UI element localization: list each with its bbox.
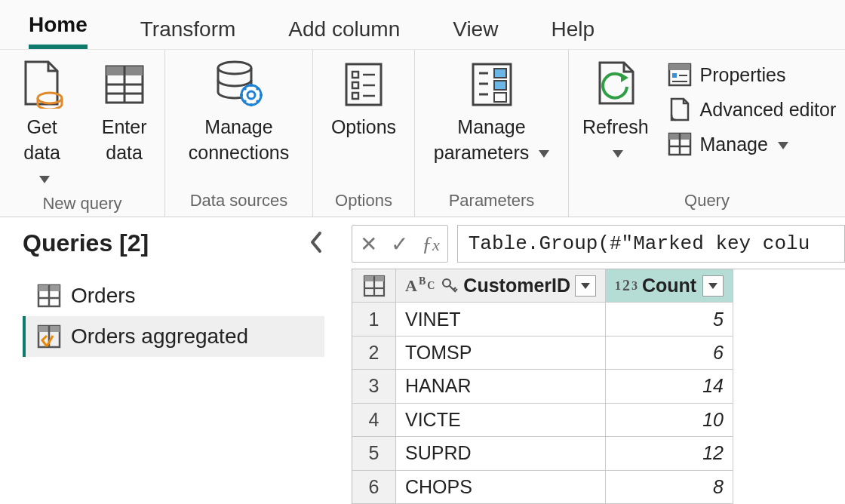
ribbon-body: Get data Enter data New query <box>0 50 845 217</box>
queries-sidebar: Queries [2] Orders <box>0 217 335 504</box>
formula-input[interactable]: Table.Group(#"Marked key colu <box>457 225 845 263</box>
row-number: 2 <box>352 337 396 370</box>
get-data-label: Get data <box>23 116 60 163</box>
chevron-down-icon <box>608 142 623 163</box>
manage-icon <box>667 131 693 157</box>
get-data-icon <box>21 57 63 112</box>
svg-rect-33 <box>672 73 677 78</box>
cell-customerid[interactable]: VICTE <box>396 404 606 437</box>
group-label-data-sources: Data sources <box>165 188 312 212</box>
properties-label: Properties <box>700 64 786 86</box>
advanced-editor-button[interactable]: Advanced editor <box>667 97 837 122</box>
table-row[interactable]: 4 VICTE 10 <box>352 404 845 437</box>
row-number: 4 <box>352 404 396 437</box>
tab-help[interactable]: Help <box>551 17 595 49</box>
collapse-sidebar-button[interactable] <box>308 230 324 257</box>
manage-connections-button[interactable]: Manage connections <box>165 57 312 166</box>
table-row[interactable]: 1 VINET 5 <box>352 303 845 336</box>
options-button[interactable]: Options <box>318 57 410 140</box>
options-icon <box>343 57 384 112</box>
svg-rect-20 <box>352 93 358 99</box>
formula-bar: ✕ ✓ ƒx Table.Group(#"Marked key colu <box>335 225 845 269</box>
refresh-icon <box>591 57 641 112</box>
group-data-sources: Manage connections Data sources <box>165 50 313 217</box>
column-filter-button[interactable] <box>702 275 724 297</box>
cell-count[interactable]: 8 <box>606 471 733 504</box>
cell-customerid[interactable]: CHOPS <box>396 471 606 504</box>
svg-rect-30 <box>494 93 506 102</box>
tab-home[interactable]: Home <box>29 13 88 49</box>
advanced-editor-label: Advanced editor <box>700 99 837 121</box>
queries-title: Queries [2] <box>23 229 149 257</box>
column-header-count[interactable]: 123 Count <box>606 269 733 303</box>
table-icon <box>363 275 386 297</box>
svg-line-14 <box>257 100 259 103</box>
row-number: 1 <box>352 303 396 336</box>
parameters-icon <box>469 57 515 112</box>
cell-customerid[interactable]: HANAR <box>396 370 606 403</box>
group-label-parameters: Parameters <box>415 188 568 212</box>
table-icon <box>36 283 62 309</box>
query-item-orders-aggregated[interactable]: Orders aggregated <box>23 316 324 357</box>
manage-button[interactable]: Manage <box>667 131 837 157</box>
table-fx-icon <box>36 324 62 349</box>
query-item-label: Orders aggregated <box>71 324 248 349</box>
column-header-customerid[interactable]: ABC CustomerID <box>396 269 606 303</box>
text-type-icon: ABC <box>405 276 435 296</box>
content-area: ✕ ✓ ƒx Table.Group(#"Marked key colu <box>335 217 845 504</box>
refresh-button[interactable]: Refresh <box>569 57 662 166</box>
svg-line-16 <box>244 100 246 103</box>
manage-parameters-button[interactable]: Manage parameters <box>415 57 568 166</box>
column-name: Count <box>642 275 698 297</box>
group-label-new-query: New query <box>0 191 164 215</box>
group-options: Options Options <box>313 50 415 217</box>
cell-customerid[interactable]: VINET <box>396 303 606 336</box>
properties-icon <box>667 62 693 88</box>
get-data-button[interactable]: Get data <box>0 57 84 191</box>
advanced-editor-icon <box>667 97 693 122</box>
grid-header-row: ABC CustomerID 123 Count <box>352 269 845 303</box>
svg-rect-28 <box>494 69 506 78</box>
main-area: Queries [2] Orders <box>0 217 845 504</box>
properties-button[interactable]: Properties <box>667 62 837 88</box>
manage-parameters-label: Manage parameters <box>434 116 529 163</box>
chevron-down-icon <box>35 167 50 189</box>
group-label-query: Query <box>569 188 845 212</box>
table-row[interactable]: 5 SUPRD 12 <box>352 437 845 470</box>
svg-point-6 <box>218 62 251 74</box>
cell-count[interactable]: 6 <box>606 337 733 370</box>
select-all-corner[interactable] <box>352 269 396 303</box>
tab-add-column[interactable]: Add column <box>288 17 400 49</box>
cell-customerid[interactable]: SUPRD <box>396 437 606 470</box>
manage-connections-label: Manage connections <box>179 115 299 166</box>
row-number: 6 <box>352 471 396 504</box>
table-row[interactable]: 2 TOMSP 6 <box>352 337 845 370</box>
chevron-down-icon <box>534 142 549 163</box>
column-filter-button[interactable] <box>575 275 596 297</box>
cell-count[interactable]: 10 <box>606 404 733 437</box>
key-icon <box>441 277 459 295</box>
tab-view[interactable]: View <box>453 17 498 49</box>
number-type-icon: 123 <box>615 277 638 294</box>
group-label-options: Options <box>313 188 414 212</box>
cell-count[interactable]: 14 <box>606 370 733 403</box>
cell-customerid[interactable]: TOMSP <box>396 337 606 370</box>
svg-line-13 <box>244 88 246 90</box>
cancel-formula-button[interactable]: ✕ <box>360 232 377 257</box>
query-list: Orders Orders aggregated <box>23 275 324 357</box>
query-item-orders[interactable]: Orders <box>23 275 324 316</box>
cell-count[interactable]: 5 <box>606 303 733 336</box>
group-parameters: Manage parameters Parameters <box>415 50 569 217</box>
commit-formula-button[interactable]: ✓ <box>391 232 408 257</box>
query-item-label: Orders <box>71 284 136 308</box>
enter-data-button[interactable]: Enter data <box>84 57 164 166</box>
options-label: Options <box>331 115 396 140</box>
cell-count[interactable]: 12 <box>606 437 733 470</box>
table-row[interactable]: 6 CHOPS 8 <box>352 471 845 504</box>
row-number: 3 <box>352 370 396 403</box>
database-gear-icon <box>212 57 266 112</box>
group-new-query: Get data Enter data New query <box>0 50 165 217</box>
table-row[interactable]: 3 HANAR 14 <box>352 370 845 403</box>
fx-icon: ƒx <box>422 232 440 256</box>
tab-transform[interactable]: Transform <box>140 17 236 49</box>
